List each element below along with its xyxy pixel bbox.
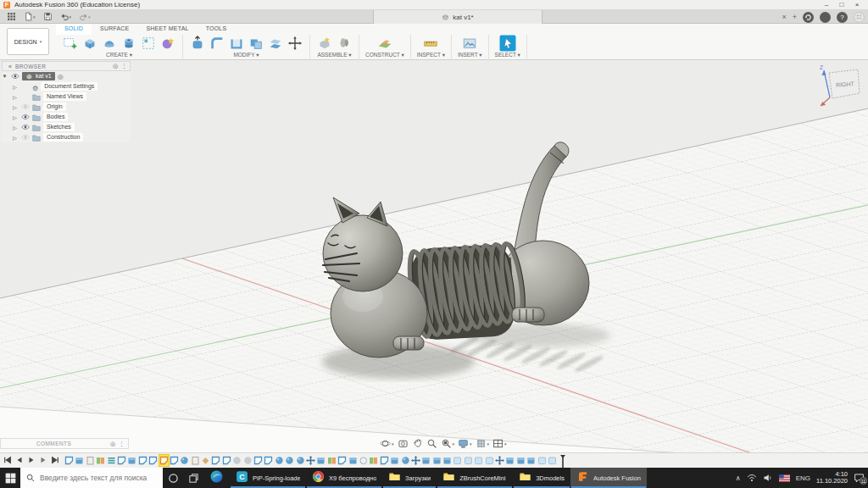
timeline-feature-sketch-27[interactable] xyxy=(337,455,347,466)
viewport-canvas[interactable]: RIGHT Z « BROWSER ◎ ⋮ ▼kat v1◎▷⚙Document… xyxy=(0,60,868,452)
create-form-icon[interactable] xyxy=(159,35,176,52)
root-item-label[interactable]: kat v1 xyxy=(22,72,55,80)
timeline-feature-sketch-31[interactable] xyxy=(380,455,389,466)
ribbon-tab-solid[interactable]: SOLID xyxy=(56,24,92,35)
undo-icon[interactable]: ▾ xyxy=(60,12,72,21)
insert-image-icon[interactable] xyxy=(461,35,478,52)
network-icon[interactable] xyxy=(747,474,757,482)
timeline-feature-mirror-26[interactable] xyxy=(327,455,337,466)
timeline-feature-move-34[interactable] xyxy=(411,455,420,466)
item-label[interactable]: Construction xyxy=(43,133,83,141)
timeline-feature-solid-35[interactable] xyxy=(421,455,431,466)
browser-item-document-settings[interactable]: ▷⚙Document Settings xyxy=(2,81,131,92)
move-copy-icon[interactable] xyxy=(287,35,303,52)
timeline-play-button[interactable] xyxy=(27,453,36,469)
timeline-feature-solid-32[interactable] xyxy=(390,455,399,466)
save-icon[interactable] xyxy=(43,12,53,21)
timeline-feature-lines-5[interactable] xyxy=(107,455,116,466)
group-label-select[interactable]: SELECT ▾ xyxy=(495,52,520,60)
tray-chevron-icon[interactable]: ∧ xyxy=(736,474,741,482)
timeline-feature-light-38[interactable] xyxy=(453,455,462,466)
file-new-icon[interactable]: ▾ xyxy=(24,12,36,21)
measure-icon[interactable] xyxy=(422,35,439,52)
visibility-eye-icon[interactable] xyxy=(20,134,30,141)
hole-icon[interactable] xyxy=(120,35,137,52)
fillet-icon[interactable] xyxy=(209,35,225,52)
timeline-feature-light-46[interactable] xyxy=(537,455,547,466)
timeline-feature-doc-13[interactable] xyxy=(191,455,200,466)
ribbon-tab-tools[interactable]: TOOLS xyxy=(198,24,236,35)
visibility-eye-icon[interactable] xyxy=(20,103,30,110)
comments-target-icon[interactable]: ◎ xyxy=(110,441,115,447)
minimize-button[interactable]: – xyxy=(819,1,834,8)
taskbar-clock[interactable]: 4:10 11.10.2020 xyxy=(816,471,848,485)
orbit-icon[interactable]: ▾ xyxy=(380,438,394,449)
group-label-insert[interactable]: INSERT ▾ xyxy=(458,52,482,60)
look-at-icon[interactable] xyxy=(398,438,409,449)
timeline-feature-sphere-33[interactable] xyxy=(401,455,410,466)
group-label-create[interactable]: CREATE ▾ xyxy=(106,52,132,60)
maximize-button[interactable]: □ xyxy=(834,1,849,8)
view-cube[interactable]: RIGHT Z xyxy=(814,64,865,111)
item-label[interactable]: Bodies xyxy=(43,113,68,121)
expander-icon[interactable]: ▼ xyxy=(2,74,8,79)
panel-menu-icon[interactable]: ⋮ xyxy=(121,63,127,69)
timeline-feature-sketch-11[interactable] xyxy=(170,455,179,466)
timeline-feature-sketch-20[interactable] xyxy=(264,455,273,466)
timeline-feature-light-39[interactable] xyxy=(464,455,473,466)
zoom-icon[interactable] xyxy=(426,438,437,449)
timeline-feature-solid-45[interactable] xyxy=(526,455,536,466)
language-flag-icon[interactable] xyxy=(779,474,790,482)
timeline-step-back-button[interactable] xyxy=(15,453,24,469)
timeline-skip-start-button[interactable] xyxy=(3,453,12,469)
close-button[interactable]: × xyxy=(849,1,865,8)
timeline-feature-sketch-8[interactable] xyxy=(138,455,147,466)
taskbar-search[interactable] xyxy=(20,468,163,488)
ground-component-icon[interactable]: ◎ xyxy=(58,73,64,80)
timeline-feature-solid-44[interactable] xyxy=(516,455,526,466)
create-sketch-icon[interactable] xyxy=(62,35,79,52)
visibility-eye-icon[interactable] xyxy=(20,124,30,130)
timeline-feature-sketch-15[interactable] xyxy=(211,455,220,466)
expander-icon[interactable]: ▷ xyxy=(12,104,18,110)
taskbar-app-fusion[interactable]: Autodesk Fusion 36... xyxy=(570,468,647,488)
timeline-step-forward-button[interactable] xyxy=(39,453,47,469)
timeline-playhead[interactable] xyxy=(559,454,566,468)
taskbar-app-folder[interactable]: Загрузки xyxy=(382,468,437,488)
ribbon-tab-surface[interactable]: SURFACE xyxy=(92,24,137,35)
timeline-feature-sketch-1[interactable] xyxy=(64,455,74,466)
timeline-feature-sphere-21[interactable] xyxy=(275,455,284,466)
construction-plane-icon[interactable] xyxy=(376,35,393,52)
expander-icon[interactable]: ▷ xyxy=(12,114,18,120)
fit-icon[interactable]: ▾ xyxy=(441,438,455,449)
joint-icon[interactable] xyxy=(336,35,353,52)
new-component-icon[interactable] xyxy=(316,35,333,52)
taskbar-app-edge[interactable] xyxy=(203,468,230,488)
timeline-feature-solid-28[interactable] xyxy=(348,455,358,466)
rectangular-pattern-icon[interactable] xyxy=(140,35,157,52)
cortana-icon[interactable] xyxy=(163,468,183,488)
timeline-skip-end-button[interactable] xyxy=(51,453,59,469)
timeline-feature-sketch-9[interactable] xyxy=(148,455,158,466)
taskbar-app-cura[interactable]: CPiP-Spring-loaded_... xyxy=(230,468,306,488)
start-button[interactable] xyxy=(0,468,20,488)
timeline-feature-mirror-4[interactable] xyxy=(96,455,105,466)
expander-icon[interactable]: ▷ xyxy=(12,125,18,130)
expander-icon[interactable]: ▷ xyxy=(12,135,18,141)
item-label[interactable]: Sketches xyxy=(43,123,75,131)
timeline-feature-sketch-6[interactable] xyxy=(117,455,126,466)
timeline-feature-solid-36[interactable] xyxy=(432,455,442,466)
timeline-feature-solid-37[interactable] xyxy=(442,455,452,466)
comments-panel[interactable]: COMMENTS ◎ ⋮ xyxy=(0,438,129,449)
timeline-feature-solid-7[interactable] xyxy=(127,455,136,466)
taskbar-app-chrome[interactable]: X9 беспроводной ... xyxy=(306,468,382,488)
browser-item-named-views[interactable]: ▷Named Views xyxy=(2,92,131,102)
collapse-panel-icon[interactable]: « xyxy=(8,64,12,69)
search-input[interactable] xyxy=(40,474,150,482)
browser-item-construction[interactable]: ▷Construction xyxy=(2,132,131,142)
avatar[interactable] xyxy=(820,12,831,23)
timeline-feature-sphere-12[interactable] xyxy=(180,455,189,466)
timeline-feature-solid-2[interactable] xyxy=(75,455,84,466)
visibility-eye-icon[interactable] xyxy=(10,73,19,80)
timeline-feature-light-41[interactable] xyxy=(485,455,494,466)
